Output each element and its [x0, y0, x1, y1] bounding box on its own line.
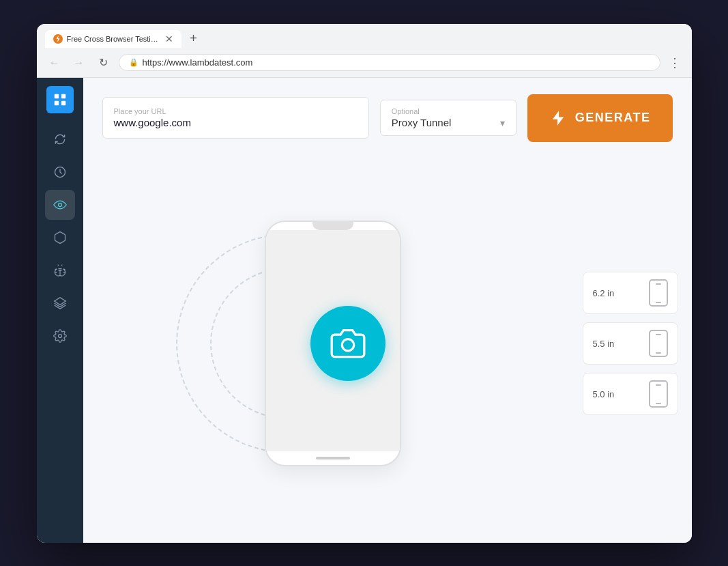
svg-point-8 [58, 334, 61, 337]
back-button[interactable]: ← [45, 53, 64, 72]
device-icon-2 [649, 380, 668, 408]
main-content: Place your URL www.google.com Optional P… [83, 78, 692, 543]
new-tab-button[interactable]: + [184, 29, 203, 48]
sidebar-logo [46, 86, 74, 113]
svg-point-9 [342, 339, 353, 351]
generate-button[interactable]: GENERATE [527, 94, 673, 142]
phone-display [97, 158, 569, 529]
sidebar-item-automation[interactable] [45, 288, 75, 318]
tab-title: Free Cross Browser Testing Clou... [67, 35, 161, 43]
refresh-button[interactable]: ↻ [94, 53, 113, 72]
device-sizes-panel: 6.2 in 5.5 in 5.0 in [583, 158, 678, 529]
sidebar-item-debug[interactable] [45, 255, 75, 285]
url-input-container[interactable]: Place your URL www.google.com [102, 97, 369, 139]
generate-label: GENERATE [575, 111, 651, 125]
svg-marker-7 [54, 297, 65, 305]
url-input-label: Place your URL [114, 107, 358, 115]
sidebar-item-history[interactable] [45, 157, 75, 187]
sidebar-item-live[interactable] [45, 190, 75, 220]
sidebar-item-sync[interactable] [45, 124, 75, 154]
tab-favicon [53, 34, 63, 44]
tab-bar: Free Cross Browser Testing Clou... ✕ + [37, 24, 692, 48]
device-size-label-2: 5.0 in [593, 389, 615, 399]
svg-marker-0 [56, 36, 59, 42]
browser-menu-button[interactable]: ⋮ [666, 53, 684, 73]
svg-point-6 [58, 203, 61, 206]
proxy-select-row: Proxy Tunnel ▾ [392, 117, 505, 128]
lock-icon: 🔒 [129, 58, 139, 67]
chevron-down-icon: ▾ [500, 117, 505, 128]
proxy-select-label: Optional [392, 107, 505, 115]
preview-area: 6.2 in 5.5 in 5.0 in [83, 158, 692, 543]
device-size-label-0: 6.2 in [593, 288, 615, 298]
device-size-5-0[interactable]: 5.0 in [583, 373, 678, 415]
sidebar-item-device[interactable] [45, 223, 75, 253]
sidebar [37, 78, 83, 543]
address-bar[interactable]: 🔒 https://www.lambdatest.com [119, 54, 660, 71]
sidebar-item-settings[interactable] [45, 321, 75, 351]
camera-icon [330, 326, 366, 361]
lightning-icon [549, 109, 567, 127]
camera-button[interactable] [310, 306, 385, 381]
svg-rect-2 [61, 94, 65, 98]
browser-toolbar: ← → ↻ 🔒 https://www.lambdatest.com ⋮ [37, 48, 692, 77]
device-size-label-1: 5.5 in [593, 339, 615, 349]
device-icon-1 [649, 330, 668, 357]
device-size-5-5[interactable]: 5.5 in [583, 322, 678, 365]
proxy-select-container[interactable]: Optional Proxy Tunnel ▾ [380, 100, 516, 136]
browser-content: Place your URL www.google.com Optional P… [37, 78, 692, 543]
browser-tab[interactable]: Free Cross Browser Testing Clou... ✕ [45, 30, 181, 48]
svg-rect-3 [54, 100, 58, 104]
phone-notch [312, 222, 353, 230]
browser-window: Free Cross Browser Testing Clou... ✕ + ←… [37, 24, 692, 543]
url-input-value: www.google.com [114, 117, 358, 128]
svg-rect-4 [61, 100, 65, 104]
tab-close-button[interactable]: ✕ [165, 34, 173, 44]
address-url: https://www.lambdatest.com [143, 57, 253, 68]
device-size-6-2[interactable]: 6.2 in [583, 272, 678, 314]
phone-home-bar [316, 457, 350, 459]
svg-rect-1 [54, 94, 58, 98]
top-controls: Place your URL www.google.com Optional P… [83, 78, 692, 158]
browser-chrome: Free Cross Browser Testing Clou... ✕ + ←… [37, 24, 692, 78]
forward-button[interactable]: → [70, 53, 89, 72]
device-icon-0 [649, 279, 668, 307]
proxy-select-value: Proxy Tunnel [392, 117, 452, 128]
